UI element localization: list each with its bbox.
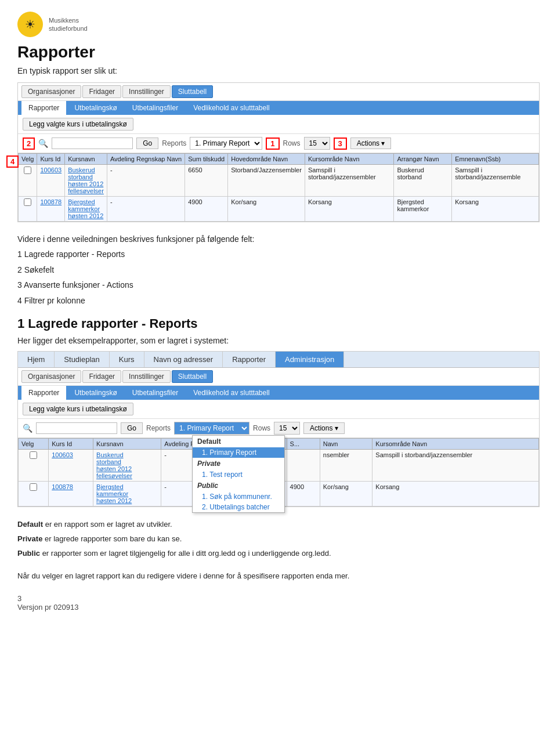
- row2-1-s: [287, 449, 320, 481]
- legg-valgte-btn[interactable]: Legg valgte kurs i utbetalingskø: [23, 118, 133, 131]
- nav-sluttabell[interactable]: Sluttabell: [172, 85, 213, 98]
- section-intro: Videre i denne veiledningen beskrives fu…: [17, 233, 540, 245]
- row1-checkbox[interactable]: [24, 167, 31, 174]
- reports-label-2: Reports: [146, 424, 171, 432]
- row2-2-kurs: Korsang: [372, 481, 539, 506]
- section-item4: 4 Filtrer pr kolonne: [17, 294, 540, 307]
- section-heading: 1 Lagrede rapporter - Reports: [17, 316, 540, 331]
- col2-kurs: Kursområde Navn: [372, 438, 539, 449]
- footer-line3: Public er rapporter som er lagret tilgje…: [17, 548, 540, 560]
- actions-button-2[interactable]: Actions ▾: [303, 422, 345, 434]
- screenshot1-table: Velg Kurs Id Kursnavn Avdeling Regnskap …: [18, 153, 539, 222]
- page-title: Rapporter: [17, 43, 540, 62]
- screenshot2-toolbar: Legg valgte kurs i utbetalingskø: [18, 400, 539, 419]
- primary-report-select-2[interactable]: 1. Primary Report: [174, 422, 249, 435]
- legg2-valgte-btn[interactable]: Legg valgte kurs i utbetalingskø: [23, 403, 133, 415]
- row2-2-checkbox[interactable]: [30, 483, 37, 491]
- menu-navn[interactable]: Navn og adresser: [144, 352, 223, 367]
- menu-rapporter[interactable]: Rapporter: [223, 352, 276, 367]
- screenshot1-toolbar: Legg valgte kurs i utbetalingskø: [18, 115, 539, 134]
- table-row: 100603 Buskerudstorbandhøsten 2012felles…: [19, 165, 539, 197]
- sub2-utbetalingsko[interactable]: Utbetalingskø: [67, 386, 124, 400]
- row1-kursnavn[interactable]: Buskerudstorbandhøsten 2012: [68, 167, 103, 187]
- dp-utbetalings-batcher[interactable]: 2. Utbetalings batcher: [193, 502, 284, 512]
- menu-hjem[interactable]: Hjem: [18, 352, 55, 367]
- row1-hoved: Storband/Jazzensembler: [228, 165, 305, 197]
- rows-label: Rows: [283, 139, 301, 147]
- sub-utbetalingsko[interactable]: Utbetalingskø: [67, 101, 124, 115]
- logo-text: Musikkens studieforbund: [49, 16, 88, 33]
- dp-primary-report[interactable]: 1. Primary Report: [193, 447, 284, 458]
- logo-area: ☀ Musikkens studieforbund: [17, 12, 540, 37]
- footer-line2: Private er lagrede rapporter som bare du…: [17, 533, 540, 545]
- menu-studieplan[interactable]: Studieplan: [55, 352, 109, 367]
- version-text: Versjon pr 020913: [17, 603, 540, 612]
- nav2-sluttabell[interactable]: Sluttabell: [172, 370, 213, 383]
- row2-arrangor: Bjergsted kammerkor: [394, 197, 452, 222]
- row2-kursnavn[interactable]: Bjergstedkammerkorhøsten 2012: [68, 198, 103, 219]
- badge-3: 3: [334, 138, 347, 150]
- sub2-utbetalingsfiler[interactable]: Utbetalingsfiler: [125, 386, 185, 400]
- badge-4: 4: [6, 155, 19, 168]
- col-kurs: Kursområde Navn: [305, 154, 394, 165]
- table-row: 100878 Bjergstedkammerkorhøsten 2012 - 4…: [19, 197, 539, 222]
- table-header-row: Velg Kurs Id Kursnavn Avdeling Regnskap …: [19, 154, 539, 165]
- row2-2-navn: Kor/sang: [320, 481, 372, 506]
- row2-emne: Korsang: [452, 197, 539, 222]
- row2-checkbox[interactable]: [24, 198, 31, 206]
- sub-utbetalingsfiler[interactable]: Utbetalingsfiler: [125, 101, 185, 115]
- screenshot2-search-row: 🔍 Go Reports 1. Primary Report Rows 15 A…: [18, 419, 539, 438]
- nav2-fridager[interactable]: Fridager: [82, 370, 121, 383]
- row2-1-kursnavn[interactable]: Buskerudstorbandhøsten 2012: [96, 451, 132, 472]
- col-kursnavn: Kursnavn: [65, 154, 107, 165]
- search-icon-2: 🔍: [23, 424, 32, 433]
- nav2-organisasjoner[interactable]: Organisasjoner: [21, 370, 81, 383]
- dp-sok-kommunenr[interactable]: 1. Søk på kommunenr.: [193, 491, 284, 502]
- row2-sum: 4900: [185, 197, 228, 222]
- col2-velg: Velg: [19, 438, 49, 449]
- rows-select-2[interactable]: 15: [274, 422, 300, 435]
- row1-kursid[interactable]: 100603: [40, 167, 62, 173]
- col-arrangor: Arrangør Navn: [394, 154, 452, 165]
- search-input-2[interactable]: [36, 422, 117, 434]
- col-sum: Sum tilskudd: [185, 154, 228, 165]
- nav2-innstillinger[interactable]: Innstillinger: [122, 370, 171, 383]
- menu-kurs[interactable]: Kurs: [110, 352, 144, 367]
- col2-kursid: Kurs Id: [49, 438, 93, 449]
- dp-public-label: Public: [193, 480, 284, 491]
- dp-test-report[interactable]: 1. Test report: [193, 469, 284, 480]
- reports-label: Reports: [162, 139, 186, 147]
- row2-2-kursid[interactable]: 100878: [52, 483, 73, 490]
- go-button-2[interactable]: Go: [121, 422, 143, 434]
- nav-organisasjoner[interactable]: Organisasjoner: [21, 85, 81, 98]
- go-button[interactable]: Go: [136, 138, 158, 149]
- row2-kursid[interactable]: 100878: [40, 198, 62, 205]
- row2-1-navn: nsembler: [320, 449, 372, 481]
- screenshot2-sub-nav: Rapporter Utbetalingskø Utbetalingsfiler…: [18, 386, 539, 400]
- row2-1-kursid[interactable]: 100603: [52, 451, 73, 458]
- col-emne: Emnenavn(Ssb): [452, 154, 539, 165]
- footer-line1: Default er en rapport som er lagret av u…: [17, 519, 540, 531]
- row1-arrangor: Buskerud storband: [394, 165, 452, 197]
- sub-rapporter[interactable]: Rapporter: [21, 101, 66, 115]
- primary-report-select[interactable]: 1. Primary Report: [190, 137, 262, 150]
- row2-2-kursnavn[interactable]: Bjergstedkammerkorhøsten 2012: [96, 483, 132, 504]
- screenshot2-top-nav: Organisasjoner Fridager Innstillinger Sl…: [18, 368, 539, 386]
- actions-button[interactable]: Actions ▾: [350, 138, 392, 149]
- col2-kursnavn: Kursnavn: [93, 438, 161, 449]
- screenshot1-sub-nav: Rapporter Utbetalingskø Utbetalingsfiler…: [18, 101, 539, 115]
- search-input[interactable]: [52, 138, 133, 149]
- page-number: 3: [17, 594, 540, 603]
- section-sub: Her ligger det eksempelrapporter, som er…: [17, 336, 540, 345]
- sub2-vedlikehold[interactable]: Vedlikehold av slutttabell: [186, 386, 276, 400]
- menu-administrasjon[interactable]: Administrasjon: [276, 352, 344, 367]
- col2-navn: Navn: [320, 438, 372, 449]
- rows-select[interactable]: 15: [304, 137, 330, 150]
- col-kursid: Kurs Id: [37, 154, 65, 165]
- row2-1-checkbox[interactable]: [30, 451, 37, 459]
- nav-fridager[interactable]: Fridager: [82, 85, 121, 98]
- sub-vedlikehold[interactable]: Vedlikehold av slutttabell: [186, 101, 276, 115]
- row1-sum: 6650: [185, 165, 228, 197]
- nav-innstillinger[interactable]: Innstillinger: [122, 85, 171, 98]
- sub2-rapporter[interactable]: Rapporter: [21, 386, 66, 400]
